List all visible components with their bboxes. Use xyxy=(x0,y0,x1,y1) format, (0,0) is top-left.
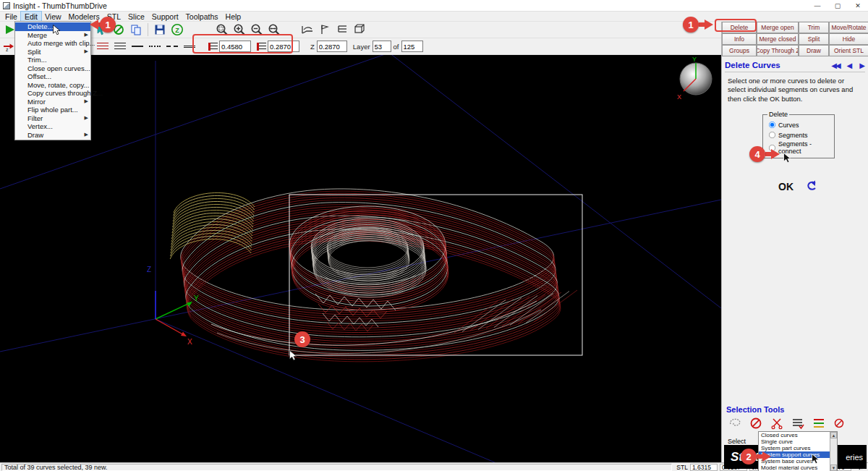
menu-item-filter[interactable]: Filter▶ xyxy=(15,114,90,123)
title-bar: Insight - ThumbThumbDrive — ▢ ✕ xyxy=(0,0,868,12)
selection-tools-title: Selection Tools xyxy=(722,405,868,414)
undo-icon[interactable] xyxy=(805,180,817,192)
z-view-icon[interactable]: Z xyxy=(169,22,185,37)
menu-item-split[interactable]: Split▶ xyxy=(15,48,90,56)
curve-style-multi-icon[interactable] xyxy=(95,42,110,51)
radio-curves[interactable]: Curves xyxy=(767,120,831,130)
window-title: Insight - ThumbThumbDrive xyxy=(13,1,807,10)
submenu-arrow-icon: ▶ xyxy=(85,115,88,121)
menu-slice[interactable]: Slice xyxy=(124,12,148,22)
collapse-panel-icon[interactable]: ◀◀ xyxy=(831,61,839,69)
menu-item-close-open-curves[interactable]: Close open curves... xyxy=(15,64,90,73)
save-icon[interactable] xyxy=(152,22,168,37)
curve-style-dashed-icon[interactable] xyxy=(165,42,179,51)
radio-curves-input[interactable] xyxy=(769,122,775,128)
prev-step-icon[interactable]: ◀ xyxy=(847,61,853,69)
annotation-arrow-step4 xyxy=(765,149,780,159)
menu-item-auto-merge[interactable]: Auto merge with clip... xyxy=(15,39,90,48)
slice-plane-icon[interactable] xyxy=(299,22,315,37)
viewport-canvas[interactable]: Z Y X xyxy=(0,55,721,462)
menu-item-draw[interactable]: Draw▶ xyxy=(15,131,90,140)
mouse-cursor-ok xyxy=(783,153,791,165)
menu-file[interactable]: File xyxy=(1,12,21,22)
invert-selection-icon[interactable] xyxy=(833,417,846,431)
mouse-cursor-menu xyxy=(53,25,61,37)
deselect-all-icon[interactable] xyxy=(749,417,763,431)
orient-stl-button[interactable]: Orient STL xyxy=(829,45,868,56)
flag-icon[interactable] xyxy=(317,22,333,37)
list-item-closed-curves[interactable]: Closed curves xyxy=(759,432,830,438)
menu-view[interactable]: View xyxy=(41,12,65,22)
menu-edit[interactable]: Edit xyxy=(21,12,41,22)
model-wireframe xyxy=(170,189,577,362)
radio-segments-input[interactable] xyxy=(769,132,775,138)
merge-closed-button[interactable]: Merge closed xyxy=(757,33,799,45)
curve-style-solid-icon[interactable] xyxy=(130,42,145,51)
submenu-arrow-icon: ▶ xyxy=(85,32,88,38)
right-panel: Delete Merge open Trim Move/Rotate Info … xyxy=(721,22,868,462)
next-step-icon[interactable]: ▶ xyxy=(859,61,865,69)
annotation-step2: 2 xyxy=(741,449,757,464)
copy-layers-icon[interactable] xyxy=(128,22,144,37)
menu-item-mirror[interactable]: Mirror▶ xyxy=(15,98,90,106)
list-item-system-part-curves[interactable]: System part curves xyxy=(759,445,830,451)
app-icon xyxy=(3,2,10,9)
list-item-single-curve[interactable]: Single curve xyxy=(759,438,830,445)
menu-toolpaths[interactable]: Toolpaths xyxy=(182,12,222,22)
region-select-icon[interactable] xyxy=(728,417,742,431)
brand-right-text: eries xyxy=(846,453,867,462)
close-button[interactable]: ✕ xyxy=(848,0,868,11)
submenu-arrow-icon: ▶ xyxy=(85,98,88,104)
info-button[interactable]: Info xyxy=(722,33,757,45)
minimize-button[interactable]: — xyxy=(807,0,827,11)
of-label: of xyxy=(393,43,399,51)
insight-app-window: Insight - ThumbThumbDrive — ▢ ✕ File Edi… xyxy=(0,0,868,471)
curve-style-dotted-icon[interactable] xyxy=(148,42,162,51)
svg-text:z: z xyxy=(6,47,9,52)
ok-button[interactable]: OK xyxy=(778,181,793,192)
layer-field-label: Layer xyxy=(353,43,370,51)
move-rotate-button[interactable]: Move/Rotate xyxy=(829,22,868,33)
maximize-button[interactable]: ▢ xyxy=(827,0,848,11)
draw-button[interactable]: Draw xyxy=(799,45,829,56)
listbox-scrollbar[interactable]: ▲ ▼ xyxy=(830,432,837,471)
scroll-up-icon[interactable]: ▲ xyxy=(830,432,837,438)
select-by-type-icon[interactable] xyxy=(791,417,805,431)
menu-help[interactable]: Help xyxy=(222,12,245,22)
split-button[interactable]: Split xyxy=(799,33,829,45)
menu-item-move-rotate-copy[interactable]: Move, rotate, copy... xyxy=(15,81,90,90)
menu-support[interactable]: Support xyxy=(148,12,182,22)
layer-current-field[interactable] xyxy=(373,41,391,52)
panel-instruction: Select one or more curves to delete or s… xyxy=(722,74,868,103)
menu-item-flip-whole-part[interactable]: Flip whole part... xyxy=(15,106,90,114)
radio-segments[interactable]: Segments xyxy=(767,130,831,140)
curve-style-lines-icon[interactable] xyxy=(113,42,127,51)
orientation-sphere[interactable]: Y X xyxy=(677,56,712,101)
layer-stack-icon[interactable] xyxy=(334,22,350,37)
hide-button[interactable]: Hide xyxy=(829,33,868,45)
merge-open-button[interactable]: Merge open xyxy=(757,22,799,33)
groups-button[interactable]: Groups xyxy=(722,45,757,56)
cut-selection-icon[interactable] xyxy=(770,417,784,431)
scroll-down-icon[interactable]: ▼ xyxy=(830,464,837,471)
z-value-field[interactable] xyxy=(317,41,347,52)
menu-item-vertex[interactable]: Vertex... xyxy=(15,122,90,131)
menu-item-offset[interactable]: Offset... xyxy=(15,72,90,81)
mouse-cursor-list xyxy=(812,454,820,466)
triad-y-label: Y xyxy=(194,294,199,302)
annotation-step4: 4 xyxy=(749,146,765,162)
annotation-arrow-step1-panel xyxy=(699,20,713,30)
menu-item-copy-curves-through-z[interactable]: Copy curves through Z... xyxy=(15,89,90,98)
trim-button[interactable]: Trim xyxy=(799,22,829,33)
status-message: Total of 39 curves selected, 39 new. xyxy=(1,464,672,471)
annotation-step1-menu: 1 xyxy=(100,17,116,33)
layer-total-field[interactable] xyxy=(401,41,423,52)
viewport[interactable]: Z Y X xyxy=(0,55,721,462)
sphere-x-label: X xyxy=(677,93,681,101)
panel-title: Delete Curves xyxy=(725,61,827,69)
select-by-color-icon[interactable] xyxy=(812,417,826,431)
copy-through-z-button[interactable]: Copy Through Z xyxy=(757,45,799,56)
panel-header: Delete Curves ◀◀ ◀ ▶ xyxy=(725,61,865,72)
menu-item-trim[interactable]: Trim... xyxy=(15,56,90,64)
bounding-box-icon[interactable] xyxy=(352,22,367,37)
